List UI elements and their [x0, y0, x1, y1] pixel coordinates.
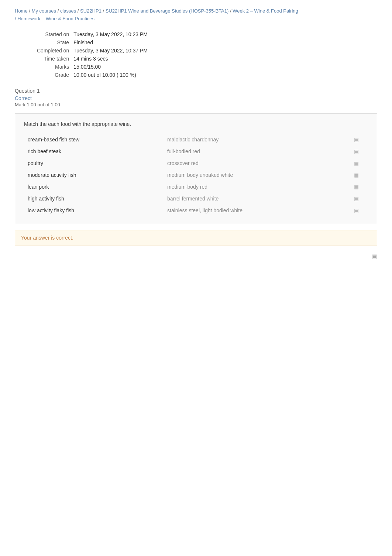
food-item: lean pork [24, 181, 164, 193]
answer-feedback: Your answer is correct. [15, 230, 377, 246]
info-table: Started on Tuesday, 3 May 2022, 10:23 PM… [37, 30, 377, 79]
marks-label: Marks [37, 63, 73, 71]
wine-item: barrel fermented white [164, 193, 345, 205]
started-on-value: Tuesday, 3 May 2022, 10:23 PM [73, 30, 154, 38]
wine-item: medium body unoaked white [164, 169, 345, 181]
breadcrumb: Home / My courses / classes / SU22HP1 / … [15, 7, 377, 23]
table-row: cream-based fish stew malolactic chardon… [24, 134, 368, 145]
wine-item: medium-body red [164, 181, 345, 193]
row-icon: ▣ [345, 181, 368, 193]
question-box: Match the each food with the appropriate… [15, 113, 377, 224]
wine-item: crossover red [164, 157, 345, 169]
food-item: high activity fish [24, 193, 164, 205]
question-text: Match the each food with the appropriate… [24, 121, 368, 127]
table-row: poultry crossover red ▣ [24, 157, 368, 169]
bottom-icon: ▣ [15, 253, 377, 260]
breadcrumb-course[interactable]: SU22HP1 Wine and Beverage Studies (HOSP-… [106, 8, 229, 14]
food-item: rich beef steak [24, 145, 164, 157]
food-item: poultry [24, 157, 164, 169]
table-row: high activity fish barrel fermented whit… [24, 193, 368, 205]
table-row: moderate activity fish medium body unoak… [24, 169, 368, 181]
breadcrumb-homework: / Homework – Wine & Food Practices [15, 16, 94, 21]
food-item: cream-based fish stew [24, 134, 164, 145]
table-row: rich beef steak full-bodied red ▣ [24, 145, 368, 157]
correct-label: Correct [15, 95, 377, 101]
state-label: State [37, 38, 73, 47]
question-label: Question [15, 88, 35, 94]
time-taken-value: 14 mins 3 secs [73, 55, 154, 63]
wine-item: full-bodied red [164, 145, 345, 157]
row-icon: ▣ [345, 157, 368, 169]
grade-label: Grade [37, 71, 73, 79]
grade-value: 10.00 out of 10.00 ( 100 %) [73, 71, 154, 79]
time-taken-label: Time taken [37, 55, 73, 63]
breadcrumb-week[interactable]: Week 2 – Wine & Food Pairing [233, 8, 298, 14]
started-on-label: Started on [37, 30, 73, 38]
row-icon: ▣ [345, 205, 368, 216]
row-icon: ▣ [345, 169, 368, 181]
row-icon: ▣ [345, 134, 368, 145]
marks-value: 15.00/15.00 [73, 63, 154, 71]
breadcrumb-su22hp1[interactable]: SU22HP1 [80, 8, 102, 14]
table-row: low activity flaky fish stainless steel,… [24, 205, 368, 216]
food-item: moderate activity fish [24, 169, 164, 181]
question-header: Question 1 [15, 88, 377, 94]
breadcrumb-home[interactable]: Home [15, 8, 28, 14]
wine-item: stainless steel, light bodied white [164, 205, 345, 216]
breadcrumb-my-courses[interactable]: My courses [32, 8, 56, 14]
wine-item: malolactic chardonnay [164, 134, 345, 145]
completed-on-value: Tuesday, 3 May 2022, 10:37 PM [73, 47, 154, 55]
row-icon: ▣ [345, 193, 368, 205]
state-value: Finished [73, 38, 154, 47]
match-table: cream-based fish stew malolactic chardon… [24, 134, 368, 216]
table-row: lean pork medium-body red ▣ [24, 181, 368, 193]
completed-on-label: Completed on [37, 47, 73, 55]
food-item: low activity flaky fish [24, 205, 164, 216]
mark-detail: Mark 1.00 out of 1.00 [15, 102, 377, 107]
breadcrumb-classes[interactable]: classes [60, 8, 76, 14]
row-icon: ▣ [345, 145, 368, 157]
